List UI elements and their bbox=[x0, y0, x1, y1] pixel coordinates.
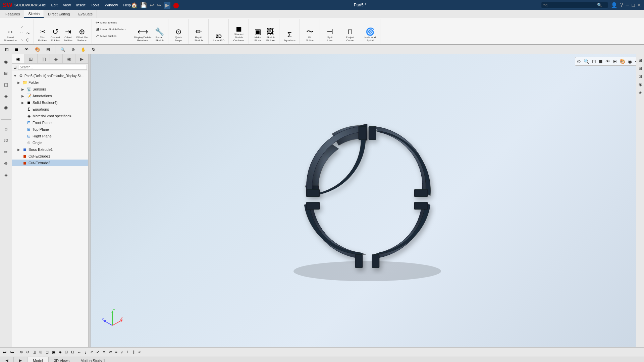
tree-item-top-plane[interactable]: ⊟ Top Plane bbox=[12, 126, 88, 133]
feature-manager-tab[interactable]: ◉ bbox=[12, 54, 25, 63]
3d-sketch-icon[interactable]: 3D bbox=[1, 136, 11, 145]
annotations-expand[interactable]: ▶ bbox=[21, 94, 26, 98]
btm-snap-15[interactable]: ⊂ bbox=[108, 349, 113, 355]
boss-expand[interactable]: ▶ bbox=[17, 148, 22, 152]
btm-snap-20[interactable]: ∝ bbox=[137, 349, 142, 355]
tree-item-annotations[interactable]: ▶ 📝 Annotations bbox=[12, 93, 88, 99]
right-panel-2[interactable]: ⊟ bbox=[637, 65, 644, 72]
tree-item-sensors[interactable]: ▶ 📡 Sensors bbox=[12, 86, 88, 93]
arc-tool-button[interactable]: ⌒ bbox=[19, 31, 24, 37]
btm-snap-11[interactable]: ↕ bbox=[83, 350, 88, 355]
tab-evaluate[interactable]: Evaluate bbox=[74, 10, 97, 18]
dim-xpert-icon[interactable]: ◈ bbox=[1, 91, 11, 101]
tree-search-input[interactable] bbox=[18, 65, 87, 70]
menu-window[interactable]: Window bbox=[105, 3, 118, 7]
btm-snap-18[interactable]: ⊥ bbox=[125, 349, 131, 355]
tree-item-solid-bodies[interactable]: ▶ ◼ Solid Bodies(4) bbox=[12, 99, 88, 106]
selection-filter-icon[interactable]: ⊡ bbox=[1, 124, 11, 134]
tab-features[interactable]: Features bbox=[1, 10, 24, 18]
btm-snap-8[interactable]: ⊡ bbox=[63, 349, 69, 355]
tree-item-origin[interactable]: ⊕ Origin bbox=[12, 139, 88, 146]
display-manager-tab[interactable]: ◉ bbox=[63, 54, 75, 63]
section-view-button[interactable]: ⊞ bbox=[44, 46, 52, 53]
btm-snap-4[interactable]: ⊞ bbox=[38, 349, 44, 355]
right-panel-1[interactable]: ⊞ bbox=[637, 57, 644, 64]
config-manager-icon[interactable]: ◫ bbox=[1, 80, 11, 89]
solid-expand[interactable]: ▶ bbox=[21, 101, 26, 105]
spline-tool-button[interactable]: 〜 bbox=[25, 30, 31, 37]
property-manager-tab[interactable]: ⊞ bbox=[25, 54, 38, 63]
fit-spline-button[interactable]: 〜 FitSpline bbox=[304, 27, 316, 43]
sketch-picture-button[interactable]: 🖼 SketchPicture bbox=[264, 27, 276, 43]
more-tabs[interactable]: ▶ bbox=[75, 54, 88, 63]
smart-dimension-button[interactable]: ↔ SmartDimension bbox=[3, 27, 18, 43]
display-delete-relations-button[interactable]: ⟷ Display/DeleteRelations bbox=[133, 27, 153, 43]
render-tools-btn[interactable]: ◉ bbox=[627, 58, 633, 65]
view-orient-button[interactable]: ⊡ bbox=[3, 46, 11, 53]
menu-help[interactable]: Help bbox=[123, 3, 131, 7]
menu-insert[interactable]: Insert bbox=[76, 3, 86, 7]
render-icon[interactable]: ◈ bbox=[1, 170, 11, 179]
make-block-button[interactable]: ▣ MakeBlock bbox=[252, 27, 264, 43]
prev-tab-btn[interactable]: ◀ bbox=[0, 357, 14, 362]
user-icon[interactable]: 👤 bbox=[611, 2, 618, 8]
repair-sketch-button[interactable]: 🔧 RepairSketch bbox=[153, 27, 165, 43]
menu-edit[interactable]: Edit bbox=[51, 3, 58, 7]
display-manager-icon[interactable]: ◉ bbox=[1, 103, 11, 112]
tree-item-cut-extrude1[interactable]: ◼ Cut-Extrude1 bbox=[12, 153, 88, 160]
view-orient-btn[interactable]: ⊡ bbox=[591, 58, 597, 65]
btm-snap-14[interactable]: ⊃ bbox=[101, 349, 107, 355]
tree-item-folder[interactable]: ▶ 📁 Folder bbox=[12, 79, 88, 86]
hide-show-button[interactable]: 👁 bbox=[22, 46, 31, 53]
btm-snap-13[interactable]: ↙ bbox=[95, 349, 101, 355]
close-button[interactable]: ✕ bbox=[637, 2, 641, 8]
rectangle-tool-button[interactable]: □ bbox=[25, 24, 31, 29]
feature-manager-icon[interactable]: ◉ bbox=[1, 57, 11, 66]
tree-item-right-plane[interactable]: ⊟ Right Plane bbox=[12, 133, 88, 139]
btm-snap-2[interactable]: ⊙ bbox=[25, 349, 31, 355]
btm-snap-19[interactable]: ∥ bbox=[131, 349, 136, 355]
search-input[interactable] bbox=[543, 3, 597, 7]
circle-tool-button[interactable]: ○ bbox=[19, 38, 24, 43]
btm-btn-1[interactable]: ↩ bbox=[1, 349, 8, 356]
edit-appear-button[interactable]: 🎨 bbox=[33, 46, 43, 53]
right-panel-5[interactable]: ◈ bbox=[637, 89, 644, 96]
zoom-previous-button[interactable]: 🔍 bbox=[58, 46, 68, 53]
menu-tools[interactable]: Tools bbox=[91, 3, 100, 7]
tree-item-material[interactable]: ◈ Material <not specified> bbox=[12, 113, 88, 119]
hide-show-btn[interactable]: 👁 bbox=[604, 58, 611, 65]
right-panel-4[interactable]: ◉ bbox=[637, 81, 644, 88]
sensors-expand[interactable]: ▶ bbox=[21, 87, 26, 91]
maximize-button[interactable]: □ bbox=[632, 2, 635, 8]
section-view-btn[interactable]: ⊞ bbox=[612, 58, 618, 65]
btm-snap-17[interactable]: ≠ bbox=[119, 350, 124, 355]
rapid-sketch-button[interactable]: ✏ RapidSketch bbox=[193, 27, 205, 43]
btm-snap-9[interactable]: ⊟ bbox=[70, 349, 75, 355]
btm-snap-1[interactable]: ⊕ bbox=[18, 349, 24, 355]
pan-button[interactable]: ✋ bbox=[78, 46, 88, 53]
btm-snap-3[interactable]: ◫ bbox=[31, 349, 37, 355]
split-line-button[interactable]: ⊣ SplitLine bbox=[324, 27, 336, 43]
mirror-entities-button[interactable]: ⇔ Mirror Entities bbox=[95, 19, 118, 25]
tab-model[interactable]: Model bbox=[28, 357, 49, 362]
zoom-area-button[interactable]: ⊕ bbox=[69, 46, 77, 53]
btm-snap-6[interactable]: ▣ bbox=[51, 349, 57, 355]
rotate-button[interactable]: ↻ bbox=[90, 46, 98, 53]
btm-snap-7[interactable]: ◈ bbox=[57, 349, 63, 355]
equations-button[interactable]: Σ Equations bbox=[282, 30, 297, 43]
zoom-to-fit-btn[interactable]: ⊙ bbox=[576, 58, 582, 65]
root-expand[interactable]: ▼ bbox=[13, 74, 18, 78]
btm-snap-10[interactable]: ↔ bbox=[76, 350, 83, 355]
btm-snap-16[interactable]: ≡ bbox=[114, 350, 119, 355]
config-manager-tab[interactable]: ◫ bbox=[38, 54, 50, 63]
line-tool-button[interactable]: ⟋ bbox=[19, 24, 24, 30]
sketch-icon-left[interactable]: ✏ bbox=[1, 147, 11, 157]
shaded-sketch-button[interactable]: ◼ ShadedSketchContours bbox=[232, 24, 246, 43]
tab-direct-editing[interactable]: Direct Editing bbox=[44, 10, 74, 18]
menu-bar[interactable]: File Edit View Insert Tools Window Help bbox=[40, 3, 131, 7]
filter-icon[interactable]: ⊿ bbox=[13, 65, 17, 70]
tree-root[interactable]: ▼ ⚙ Part5 (Default) <<Default>_Display S… bbox=[12, 72, 88, 79]
search-bar[interactable]: 🔍 bbox=[541, 2, 608, 8]
help-icon[interactable]: ? bbox=[620, 2, 623, 8]
zoom-btn[interactable]: 🔍 bbox=[583, 58, 590, 65]
